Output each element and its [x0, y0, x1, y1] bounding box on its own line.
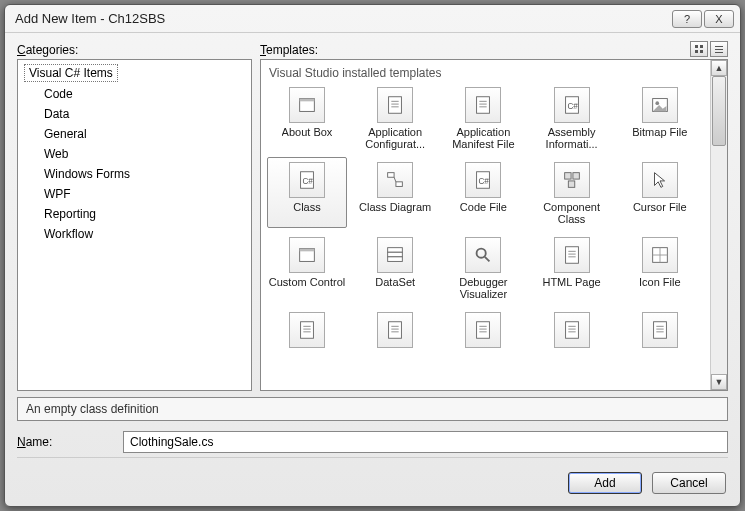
tree-item[interactable]: Data	[42, 104, 245, 124]
template-label: Icon File	[639, 276, 681, 288]
template-item[interactable]: Application Configurat...	[355, 82, 435, 153]
svg-text:C#: C#	[302, 177, 313, 186]
template-label: Class	[293, 201, 321, 213]
tree-item[interactable]: WPF	[42, 184, 245, 204]
tree-item[interactable]: Code	[42, 84, 245, 104]
doc-icon	[465, 87, 501, 123]
template-label: Application Configurat...	[356, 126, 434, 150]
templates-group-label: Visual Studio installed templates	[269, 66, 708, 80]
svg-rect-33	[388, 248, 403, 253]
svg-rect-13	[477, 97, 490, 114]
svg-rect-5	[715, 49, 723, 50]
categories-box: Visual C# Items CodeDataGeneralWebWindow…	[17, 59, 252, 391]
template-item[interactable]: Icon File	[620, 232, 700, 303]
scroll-up-button[interactable]: ▲	[711, 60, 727, 76]
doc-icon	[289, 312, 325, 348]
template-item[interactable]: Component Class	[532, 157, 612, 228]
template-item[interactable]: HTML Page	[532, 232, 612, 303]
client-area: Categories: Visual C# Items CodeDataGene…	[5, 33, 740, 506]
template-item-partial[interactable]	[532, 307, 612, 354]
svg-line-25	[394, 177, 396, 182]
template-item-partial[interactable]	[267, 307, 347, 354]
tree-item[interactable]: Windows Forms	[42, 164, 245, 184]
svg-rect-29	[573, 173, 579, 179]
svg-point-36	[477, 249, 486, 258]
svg-rect-28	[564, 173, 570, 179]
template-label: About Box	[282, 126, 333, 138]
template-item[interactable]: Debugger Visualizer	[443, 232, 523, 303]
close-button[interactable]: X	[704, 10, 734, 28]
templates-scrollbar[interactable]: ▲ ▼	[710, 60, 727, 390]
add-button[interactable]: Add	[568, 472, 642, 494]
template-label: Component Class	[533, 201, 611, 225]
template-label: Debugger Visualizer	[444, 276, 522, 300]
template-item[interactable]: Cursor File	[620, 157, 700, 228]
template-item[interactable]: Application Manifest File	[443, 82, 523, 153]
tree-item[interactable]: General	[42, 124, 245, 144]
categories-label: Categories:	[17, 43, 252, 57]
window-title: Add New Item - Ch12SBS	[11, 11, 670, 26]
template-item[interactable]: C#Code File	[443, 157, 523, 228]
template-item[interactable]: DataSet	[355, 232, 435, 303]
template-item[interactable]: C#Assembly Informati...	[532, 82, 612, 153]
template-label: Application Manifest File	[444, 126, 522, 150]
view-small-icons-button[interactable]	[710, 41, 728, 57]
cs-icon: C#	[554, 87, 590, 123]
svg-rect-49	[389, 322, 402, 339]
grid-icon	[642, 237, 678, 273]
tree-root[interactable]: Visual C# Items	[24, 64, 118, 82]
template-item[interactable]: Custom Control	[267, 232, 347, 303]
name-input[interactable]	[123, 431, 728, 453]
template-label: Bitmap File	[632, 126, 687, 138]
svg-rect-8	[300, 99, 315, 102]
svg-text:C#: C#	[479, 177, 490, 186]
svg-rect-61	[653, 322, 666, 339]
svg-text:C#: C#	[567, 102, 578, 111]
template-item[interactable]: Bitmap File	[620, 82, 700, 153]
tree-item[interactable]: Workflow	[42, 224, 245, 244]
templates-box: Visual Studio installed templates About …	[260, 59, 728, 391]
name-label: Name:	[17, 435, 113, 449]
cancel-button[interactable]: Cancel	[652, 472, 726, 494]
template-label: Class Diagram	[359, 201, 431, 213]
templates-column: Templates: Visual Studio installed templ…	[260, 43, 728, 391]
template-item[interactable]: About Box	[267, 82, 347, 153]
template-label: Custom Control	[269, 276, 345, 288]
svg-rect-35	[388, 257, 403, 262]
help-button[interactable]: ?	[672, 10, 702, 28]
tree-item[interactable]: Reporting	[42, 204, 245, 224]
cs-icon: C#	[289, 162, 325, 198]
doc-icon	[377, 87, 413, 123]
component-icon	[554, 162, 590, 198]
doc-icon	[554, 237, 590, 273]
template-item[interactable]: C#Class	[267, 157, 347, 228]
scroll-thumb[interactable]	[712, 76, 726, 146]
tree-item[interactable]: Web	[42, 144, 245, 164]
doc-icon	[465, 312, 501, 348]
form-icon	[289, 87, 325, 123]
svg-rect-45	[301, 322, 314, 339]
svg-rect-0	[695, 45, 698, 48]
svg-point-20	[655, 101, 659, 105]
svg-rect-38	[565, 247, 578, 264]
dataset-icon	[377, 237, 413, 273]
svg-rect-57	[565, 322, 578, 339]
template-label: Assembly Informati...	[533, 126, 611, 150]
template-item-partial[interactable]	[620, 307, 700, 354]
templates-label: Templates:	[260, 43, 728, 57]
img-icon	[642, 87, 678, 123]
template-item-partial[interactable]	[443, 307, 523, 354]
svg-rect-6	[715, 52, 723, 53]
view-large-icons-button[interactable]	[690, 41, 708, 57]
template-label: DataSet	[375, 276, 415, 288]
svg-rect-2	[695, 50, 698, 53]
template-item[interactable]: Class Diagram	[355, 157, 435, 228]
template-item-partial[interactable]	[355, 307, 435, 354]
description-box: An empty class definition	[17, 397, 728, 421]
scroll-down-button[interactable]: ▼	[711, 374, 727, 390]
svg-rect-4	[715, 46, 723, 47]
categories-tree: Visual C# Items CodeDataGeneralWebWindow…	[18, 60, 251, 248]
svg-rect-24	[396, 182, 402, 187]
cursor-icon	[642, 162, 678, 198]
svg-rect-23	[388, 173, 394, 178]
